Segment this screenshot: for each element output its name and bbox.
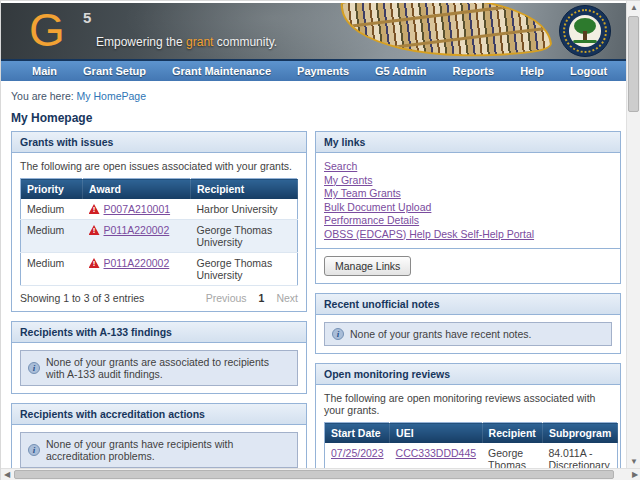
award-cell: P011A220002 bbox=[83, 253, 191, 286]
two-column-layout: Grants with issues The following are ope… bbox=[1, 131, 627, 469]
next-page-button[interactable]: Next bbox=[276, 292, 298, 304]
breadcrumb: You are here: My HomePage bbox=[1, 81, 627, 102]
warning-icon bbox=[89, 225, 100, 235]
scroll-down-arrow-icon[interactable]: ▼ bbox=[627, 455, 640, 469]
nav-item-main[interactable]: Main bbox=[19, 65, 70, 77]
department-of-education-seal-icon bbox=[559, 5, 611, 57]
panel-monitoring-reviews: Open monitoring reviews The following ar… bbox=[315, 363, 621, 469]
column-header-award: Award bbox=[83, 179, 191, 200]
panel-title: Recipients with A-133 findings bbox=[12, 322, 306, 343]
award-link[interactable]: P011A220002 bbox=[104, 257, 170, 269]
info-message: None of your grants have recipients with… bbox=[46, 438, 290, 462]
monitoring-reviews-table: Start Date UEI Recipient Subprogram 07/2… bbox=[324, 422, 618, 469]
info-icon bbox=[28, 444, 40, 456]
nav-item-help[interactable]: Help bbox=[507, 65, 557, 77]
g5-logo: G bbox=[29, 3, 63, 57]
panel-body: The following are open issues associated… bbox=[12, 153, 306, 311]
info-message: None of your grants have recent notes. bbox=[350, 328, 532, 340]
scroll-up-arrow-icon[interactable]: ▲ bbox=[627, 1, 640, 15]
vertical-scrollbar-thumb[interactable] bbox=[628, 16, 639, 112]
panel-accreditation-actions: Recipients with accreditation actions No… bbox=[11, 403, 307, 469]
nav-item-grant-setup[interactable]: Grant Setup bbox=[70, 65, 159, 77]
breadcrumb-link-my-homepage[interactable]: My HomePage bbox=[77, 90, 146, 102]
panel-title: Recipients with accreditation actions bbox=[12, 404, 306, 425]
recipient-cell: Harbor University bbox=[191, 199, 298, 220]
start-date-link[interactable]: 07/25/2023 bbox=[331, 447, 384, 459]
panel-description: The following are open monitoring review… bbox=[324, 392, 612, 416]
priority-cell: Medium bbox=[21, 199, 83, 220]
recipient-cell: George Thomas University bbox=[191, 253, 298, 286]
scroll-right-arrow-icon[interactable]: ▶ bbox=[629, 469, 640, 480]
panel-a133-findings: Recipients with A-133 findings None of y… bbox=[11, 321, 307, 394]
award-link[interactable]: P007A210001 bbox=[104, 203, 171, 215]
tagline-prefix: Empowering the bbox=[96, 35, 186, 49]
table-row: Medium P011A220002 George Thomas Univers… bbox=[21, 220, 298, 253]
page-content: G 5 Empowering the grant community. Main bbox=[1, 1, 627, 469]
nav-item-reports[interactable]: Reports bbox=[440, 65, 508, 77]
nav-item-payments[interactable]: Payments bbox=[284, 65, 362, 77]
seal-ground bbox=[573, 40, 597, 43]
vertical-scrollbar[interactable]: ▲ ▼ bbox=[626, 1, 640, 469]
award-cell: P011A220002 bbox=[83, 220, 191, 253]
award-cell: P007A210001 bbox=[83, 199, 191, 220]
info-message-box: None of your grants have recipients with… bbox=[20, 432, 298, 468]
column-header-priority: Priority bbox=[21, 179, 83, 200]
table-footer: Showing 1 to 3 of 3 entries Previous 1 N… bbox=[20, 286, 298, 304]
panel-body: None of your grants are associated to re… bbox=[12, 343, 306, 393]
link-my-grants[interactable]: My Grants bbox=[324, 174, 372, 188]
info-icon bbox=[28, 362, 40, 374]
seal-center bbox=[569, 15, 601, 47]
info-message-box: None of your grants are associated to re… bbox=[20, 350, 298, 386]
table-header-row: Priority Award Recipient bbox=[21, 179, 298, 200]
panel-body: The following are open monitoring review… bbox=[316, 385, 620, 469]
previous-page-button[interactable]: Previous bbox=[206, 292, 247, 304]
panel-my-links: My links Search My Grants My Team Grants… bbox=[315, 131, 621, 284]
link-performance-details[interactable]: Performance Details bbox=[324, 214, 419, 228]
panel-recent-notes: Recent unofficial notes None of your gra… bbox=[315, 293, 621, 354]
link-obss-help-desk[interactable]: OBSS (EDCAPS) Help Desk Self-Help Portal bbox=[324, 228, 534, 242]
my-links-list: Search My Grants My Team Grants Bulk Doc… bbox=[324, 160, 612, 241]
grants-issues-table: Priority Award Recipient Medium P007A210… bbox=[20, 178, 298, 286]
priority-cell: Medium bbox=[21, 220, 83, 253]
link-search[interactable]: Search bbox=[324, 160, 357, 174]
panel-title: Grants with issues bbox=[12, 132, 306, 153]
pagination: Previous 1 Next bbox=[206, 292, 298, 304]
page-number-1[interactable]: 1 bbox=[259, 292, 265, 304]
breadcrumb-prefix: You are here: bbox=[11, 90, 77, 102]
scroll-left-arrow-icon[interactable]: ◀ bbox=[1, 469, 13, 480]
horizontal-scrollbar[interactable]: ◀ ▶ bbox=[1, 468, 640, 480]
tagline-suffix: community. bbox=[213, 35, 277, 49]
nav-item-grant-maintenance[interactable]: Grant Maintenance bbox=[159, 65, 284, 77]
showing-entries-text: Showing 1 to 3 of 3 entries bbox=[20, 292, 144, 304]
subprogram-cell: 84.011A - Discretionary Training Testing bbox=[542, 443, 617, 469]
award-link[interactable]: P011A220002 bbox=[104, 224, 170, 236]
column-header-start-date: Start Date bbox=[325, 423, 390, 444]
tagline-highlight: grant bbox=[186, 35, 213, 49]
column-header-recipient: Recipient bbox=[482, 423, 542, 444]
table-row: Medium P007A210001 Harbor University bbox=[21, 199, 298, 220]
main-navigation: Main Grant Setup Grant Maintenance Payme… bbox=[1, 59, 627, 81]
right-column: My links Search My Grants My Team Grants… bbox=[315, 131, 621, 469]
horizontal-scrollbar-thumb[interactable] bbox=[14, 470, 614, 479]
table-row: Medium P011A220002 George Thomas Univers… bbox=[21, 253, 298, 286]
priority-cell: Medium bbox=[21, 253, 83, 286]
nav-item-g5-admin[interactable]: G5 Admin bbox=[362, 65, 440, 77]
panel-body: None of your grants have recent notes. bbox=[316, 315, 620, 353]
info-message-box: None of your grants have recent notes. bbox=[324, 322, 612, 346]
page-title: My Homepage bbox=[11, 111, 617, 125]
header-banner: G 5 Empowering the grant community. bbox=[1, 3, 627, 59]
uei-link[interactable]: CCC333DDD445 bbox=[396, 447, 477, 459]
column-header-subprogram: Subprogram bbox=[542, 423, 617, 444]
links-divider bbox=[316, 248, 620, 249]
panel-title: Open monitoring reviews bbox=[316, 364, 620, 385]
panel-description: The following are open issues associated… bbox=[20, 160, 298, 172]
uei-cell: CCC333DDD445 bbox=[390, 443, 483, 469]
manage-links-button[interactable]: Manage Links bbox=[324, 256, 411, 276]
warning-icon bbox=[89, 258, 100, 268]
seal-text-ring bbox=[563, 9, 607, 53]
browser-viewport: G 5 Empowering the grant community. Main bbox=[0, 0, 640, 480]
link-bulk-document-upload[interactable]: Bulk Document Upload bbox=[324, 201, 431, 215]
nav-item-logout[interactable]: Logout bbox=[557, 65, 620, 77]
table-row: 07/25/2023 CCC333DDD445 George Thomas Un… bbox=[325, 443, 618, 469]
link-my-team-grants[interactable]: My Team Grants bbox=[324, 187, 401, 201]
